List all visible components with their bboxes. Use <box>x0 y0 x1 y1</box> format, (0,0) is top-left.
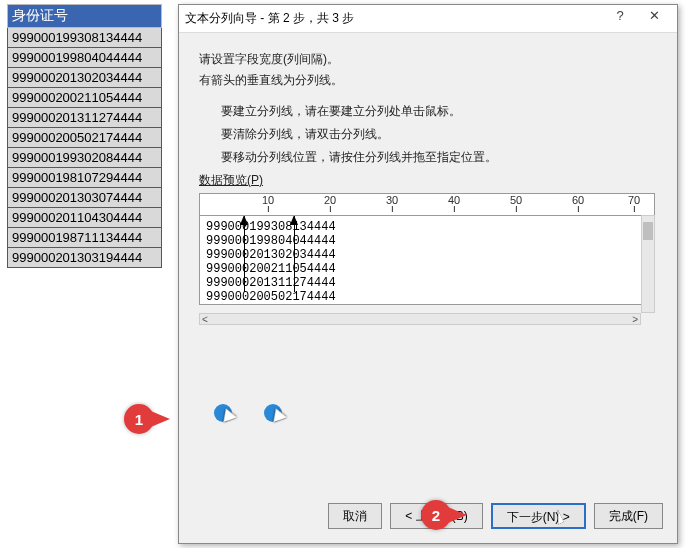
ruler-tick: 30 <box>386 194 398 206</box>
cell[interactable]: 999000199804044444 <box>8 48 162 68</box>
callout-badge-2: 2 <box>421 500 451 530</box>
scroll-right-icon[interactable]: > <box>632 314 638 325</box>
ruler-tick: 50 <box>510 194 522 206</box>
column-break-line[interactable] <box>244 216 245 292</box>
data-preview-label: 数据预览(P) <box>199 172 657 189</box>
column-header[interactable]: 身份证号 <box>8 5 162 28</box>
dialog-title: 文本分列向导 - 第 2 步，共 3 步 <box>185 10 603 27</box>
ruler-tick: 20 <box>324 194 336 206</box>
vertical-scrollbar[interactable] <box>641 215 655 313</box>
instruction-text: 有箭头的垂直线为分列线。 <box>199 72 657 89</box>
cancel-button[interactable]: 取消 <box>328 503 382 529</box>
cell[interactable]: 999000199308134444 <box>8 28 162 48</box>
cell[interactable]: 999000201104304444 <box>8 208 162 228</box>
ruler-tick: 70 <box>628 194 640 206</box>
dialog-titlebar[interactable]: 文本分列向导 - 第 2 步，共 3 步 ? ✕ <box>179 5 677 33</box>
cell[interactable]: 999000198107294444 <box>8 168 162 188</box>
cell[interactable]: 999000199302084444 <box>8 148 162 168</box>
instruction-text: 要清除分列线，请双击分列线。 <box>221 126 657 143</box>
scrollbar-thumb[interactable] <box>643 222 653 240</box>
cell[interactable]: 999000200211054444 <box>8 88 162 108</box>
cell[interactable]: 999000201311274444 <box>8 108 162 128</box>
dialog-button-row: 取消 < 上一步(B) 下一步(N) > 完成(F) <box>328 503 663 529</box>
instruction-text: 要移动分列线位置，请按住分列线并拖至指定位置。 <box>221 149 657 166</box>
instruction-text: 请设置字段宽度(列间隔)。 <box>199 51 657 68</box>
cell[interactable]: 999000201303074444 <box>8 188 162 208</box>
text-to-columns-wizard-dialog: 文本分列向导 - 第 2 步，共 3 步 ? ✕ 请设置字段宽度(列间隔)。 有… <box>178 4 678 544</box>
data-preview-box[interactable]: 10 20 30 40 50 60 70 999000199308134444 … <box>199 193 655 325</box>
scroll-left-icon[interactable]: < <box>202 314 208 325</box>
cell[interactable]: 999000200502174444 <box>8 128 162 148</box>
cell[interactable]: 999000201302034444 <box>8 68 162 88</box>
column-break-line[interactable] <box>294 216 295 292</box>
finish-button[interactable]: 完成(F) <box>594 503 663 529</box>
horizontal-scrollbar[interactable]: < > <box>199 313 641 325</box>
preview-ruler[interactable]: 10 20 30 40 50 60 70 <box>199 193 655 215</box>
instruction-text: 要建立分列线，请在要建立分列处单击鼠标。 <box>221 103 657 120</box>
ruler-tick: 40 <box>448 194 460 206</box>
help-icon[interactable]: ? <box>603 8 637 30</box>
ruler-tick: 10 <box>262 194 274 206</box>
cell[interactable]: 999000198711134444 <box>8 228 162 248</box>
ruler-tick: 60 <box>572 194 584 206</box>
preview-data-area[interactable]: 999000199308134444 999000199804044444 99… <box>199 215 655 305</box>
callout-badge-1: 1 <box>124 404 154 434</box>
spreadsheet-column: 身份证号 999000199308134444 9990001998040444… <box>7 4 162 268</box>
cell[interactable]: 999000201303194444 <box>8 248 162 268</box>
next-button[interactable]: 下一步(N) > <box>491 503 586 529</box>
close-icon[interactable]: ✕ <box>637 8 671 30</box>
